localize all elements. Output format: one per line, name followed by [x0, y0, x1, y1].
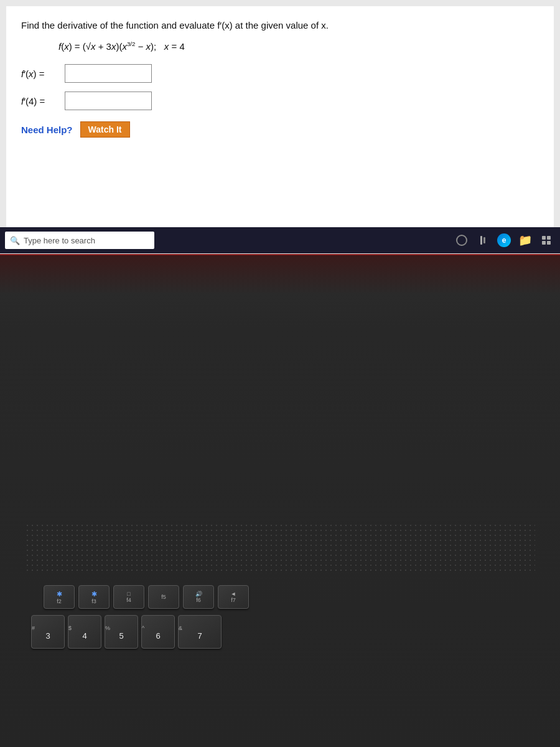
fprime-input[interactable]	[65, 64, 152, 83]
f3-icon: ✱	[91, 590, 97, 598]
fprime4-input[interactable]	[65, 92, 152, 110]
search-placeholder-text: Type here to search	[24, 236, 95, 245]
apps-grid-button[interactable]	[538, 232, 555, 249]
key-f6[interactable]: 🔊 f6	[183, 585, 214, 609]
f7-label: f7	[231, 597, 236, 603]
key-4[interactable]: $ 4	[68, 615, 101, 649]
f4-icon: □	[127, 591, 130, 597]
key-5-main: 5	[119, 631, 123, 641]
problem-statement: Find the derivative of the function and …	[21, 19, 539, 32]
key-7-main: 7	[197, 631, 202, 641]
edge-icon: e	[497, 233, 511, 247]
need-help-label: Need Help?	[21, 125, 73, 135]
grid-icon	[542, 236, 551, 245]
edge-browser-button[interactable]: e	[495, 232, 513, 249]
f2-label: f2	[57, 598, 62, 604]
laptop-body: ✱ f2 ✱ f3 □ f4 f5 🔊 f6 ◄ f7	[0, 255, 560, 747]
fprime-row: f′(x) =	[21, 64, 539, 83]
key-3[interactable]: # 3	[31, 615, 65, 649]
f7-icon: ◄	[231, 591, 236, 597]
key-6-shift: ^	[142, 625, 144, 631]
cortana-button[interactable]	[453, 232, 470, 249]
f6-label: f6	[196, 597, 201, 603]
f5-label: f5	[161, 594, 166, 600]
key-3-shift: #	[32, 625, 35, 631]
f6-icon: 🔊	[195, 591, 202, 597]
fn-key-row: ✱ f2 ✱ f3 □ f4 f5 🔊 f6 ◄ f7	[31, 585, 529, 609]
key-f7[interactable]: ◄ f7	[218, 585, 249, 609]
file-explorer-button[interactable]: 📁	[516, 232, 534, 249]
folder-icon: 📁	[518, 233, 532, 247]
fprime-label: f′(x) =	[21, 68, 65, 79]
taskbar-search-bar[interactable]: 🔍 Type here to search	[5, 232, 154, 249]
key-7-shift: &	[179, 625, 182, 631]
task-view-icon	[480, 236, 485, 245]
key-4-shift: $	[68, 625, 72, 631]
f3-label: f3	[91, 598, 96, 604]
f2-icon: ✱	[57, 590, 62, 598]
fprime4-label: f′(4) =	[21, 96, 65, 106]
taskbar: 🔍 Type here to search e 📁	[0, 227, 560, 253]
key-f4[interactable]: □ f4	[113, 585, 144, 609]
search-icon: 🔍	[10, 236, 20, 245]
watch-it-button[interactable]: Watch It	[80, 121, 130, 138]
speaker-grill	[25, 523, 535, 573]
fprime4-row: f′(4) =	[21, 92, 539, 110]
key-7[interactable]: & 7	[178, 615, 222, 649]
key-6[interactable]: ^ 6	[141, 615, 175, 649]
cortana-icon	[456, 235, 467, 246]
keyboard-area: ✱ f2 ✱ f3 □ f4 f5 🔊 f6 ◄ f7	[31, 585, 529, 747]
key-4-main: 4	[82, 631, 86, 641]
f4-label: f4	[126, 597, 131, 603]
formula-display: f(x) = (√x + 3x)(x3/2 − x); x = 4	[58, 40, 539, 52]
key-5[interactable]: % 5	[105, 615, 138, 649]
content-area: Find the derivative of the function and …	[6, 6, 554, 227]
key-6-main: 6	[156, 631, 160, 641]
key-f2[interactable]: ✱ f2	[44, 585, 75, 609]
help-row: Need Help? Watch It	[21, 121, 539, 138]
key-f5[interactable]: f5	[148, 585, 179, 609]
key-f3[interactable]: ✱ f3	[78, 585, 110, 609]
number-key-row: # 3 $ 4 % 5 ^ 6 & 7	[31, 615, 529, 649]
task-view-button[interactable]	[474, 232, 492, 249]
key-3-main: 3	[45, 631, 50, 641]
key-5-shift: %	[105, 625, 110, 631]
